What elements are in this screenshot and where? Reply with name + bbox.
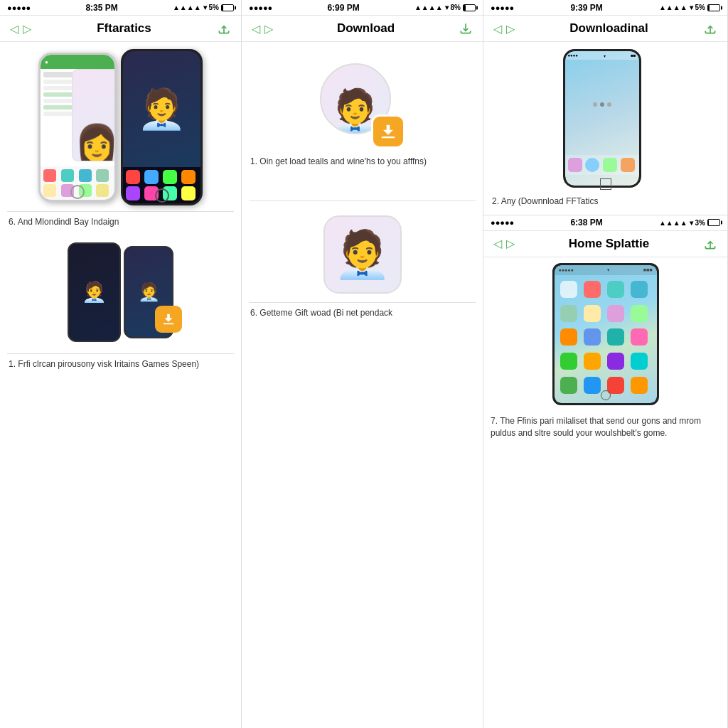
- nav-title-sub: Home Splattie: [569, 237, 649, 251]
- wifi-icon-2: ▾: [445, 4, 449, 11]
- time-sub: 6:38 PM: [570, 218, 602, 228]
- forward-icon-3[interactable]: ▷: [506, 22, 515, 36]
- caption-sub: 7. The Ffinis pari milaliset that send o…: [489, 415, 722, 439]
- phone-mockup-3: ●●●● ▾ ■■: [563, 49, 648, 191]
- panel-3: ●●●●● 9:39 PM ▲▲▲▲ ▾ 5% ◁ ▷ Downloadinal: [483, 0, 728, 728]
- nav-bar-sub: ◁ ▷ Home Splattie: [483, 231, 727, 257]
- back-forward-2[interactable]: ◁ ▷: [252, 22, 273, 36]
- nav-bar-1: ◁ ▷ Fftaratics: [0, 16, 241, 42]
- panel3-bottom: ●●●●● 6:38 PM ▲▲▲▲ ▾ 3% ◁ ▷ Home Splatti…: [483, 215, 727, 728]
- two-phones-lower: 🧑‍💼 🧑‍💼: [7, 242, 234, 342]
- signal-icon-2: ▲▲▲▲: [414, 4, 443, 11]
- signal-dots-1: ●●●●●: [7, 4, 31, 12]
- nav-title-3: Downloadinal: [569, 21, 648, 36]
- battery-icon-1: [221, 4, 234, 11]
- divider-2: [249, 200, 476, 201]
- battery-pct-2: 8%: [451, 4, 461, 11]
- nav-title-1: Fftaratics: [97, 21, 151, 36]
- panel-2: ●●●●● 6:99 PM ▲▲▲▲ ▾ 8% ◁ ▷ Download: [242, 0, 483, 728]
- battery-icon-2: [463, 4, 476, 11]
- caption-2a: 1. Oin get load tealls and wine'hs to yo…: [249, 156, 476, 168]
- phone-screen-black: 🧑‍💼: [123, 51, 200, 203]
- dots-2: ●●●●●: [249, 4, 272, 12]
- tablet-home-btn[interactable]: [601, 390, 611, 400]
- panel3-sub-content: ●●●●● ▾ ■■■: [483, 257, 727, 728]
- nav-title-2: Download: [337, 21, 395, 36]
- battery-icon-sub: [707, 219, 720, 226]
- signal-dots-3: ●●●●●: [491, 4, 514, 12]
- dots-3: ●●●●●: [491, 4, 514, 12]
- battery-pct-sub: 3%: [695, 219, 705, 227]
- small-phone-1: 🧑‍💼: [68, 242, 121, 342]
- tablet-screen: ●●●●● ▾ ■■■: [555, 265, 657, 403]
- forward-icon-2[interactable]: ▷: [264, 22, 273, 36]
- panel1-content: ●: [0, 42, 241, 728]
- back-icon-3[interactable]: ◁: [493, 22, 502, 36]
- status-icons-sub: ▲▲▲▲ ▾ 3%: [659, 219, 720, 227]
- time-3: 9:39 PM: [570, 3, 602, 13]
- caption-3a: 2. Any (Downnload FFTatics: [491, 196, 720, 208]
- nav-bar-3: ◁ ▷ Downloadinal: [483, 16, 727, 42]
- panel2-content: 🧑‍💼 1. Oin get load tealls and wine'hs t…: [242, 42, 483, 728]
- divider-1: [7, 211, 234, 212]
- status-icons-2: ▲▲▲▲ ▾ 8%: [414, 4, 476, 11]
- phone-black: 🧑‍💼: [121, 49, 203, 205]
- home-button-white[interactable]: [70, 185, 85, 199]
- back-forward-sub[interactable]: ◁ ▷: [493, 237, 515, 250]
- status-bar-1: ●●●●● 8:35 PM ▲▲▲▲ ▾ 5%: [0, 0, 241, 16]
- download-badge-sm: [155, 306, 182, 333]
- time-2: 6:99 PM: [327, 3, 359, 13]
- download-icon-nav-2[interactable]: [459, 21, 473, 36]
- home-btn-3[interactable]: [600, 178, 611, 190]
- signal-dots-sub: ●●●●●: [491, 218, 514, 227]
- device-screen-3: ●●●● ▾ ■■: [565, 51, 639, 186]
- signal-dots-2: ●●●●●: [249, 4, 272, 12]
- share-icon-1[interactable]: [217, 21, 231, 36]
- battery-pct-3: 5%: [695, 4, 705, 11]
- nav-bar-2: ◁ ▷ Download: [242, 16, 483, 42]
- home-button-black[interactable]: [155, 188, 169, 203]
- download-graphic: 🧑‍💼: [320, 63, 405, 149]
- back-forward-3[interactable]: ◁ ▷: [493, 22, 515, 36]
- spacer-2: [249, 168, 476, 196]
- device-3: ●●●● ▾ ■■: [563, 49, 641, 188]
- forward-icon-1[interactable]: ▷: [23, 22, 31, 36]
- signal-icon-1: ▲▲▲▲: [173, 4, 201, 11]
- dot1: ●●●●●: [7, 4, 31, 12]
- download-section: 🧑‍💼: [249, 63, 476, 149]
- svg-rect-1: [164, 323, 174, 324]
- signal-icon-3: ▲▲▲▲: [659, 4, 687, 11]
- panel3-top: ●●●●● 9:39 PM ▲▲▲▲ ▾ 5% ◁ ▷ Downloadinal: [483, 0, 727, 215]
- app-icon-2: 🧑‍💼: [323, 215, 402, 294]
- phone-white: ●: [38, 53, 117, 202]
- panel3-top-content: ●●●● ▾ ■■: [483, 42, 727, 215]
- battery-pct-1: 5%: [209, 4, 219, 11]
- forward-icon-sub[interactable]: ▷: [506, 237, 515, 250]
- small-phone-screen-1: 🧑‍💼: [69, 244, 119, 341]
- wifi-icon-3: ▾: [690, 4, 693, 11]
- phones-mockup-1: ●: [7, 49, 234, 205]
- lower-section-1: 🧑‍💼 🧑‍💼: [7, 242, 234, 370]
- status-bar-3: ●●●●● 9:39 PM ▲▲▲▲ ▾ 5%: [483, 0, 727, 16]
- signal-icon-sub: ▲▲▲▲: [659, 219, 687, 227]
- back-icon-1[interactable]: ◁: [10, 22, 18, 36]
- svg-rect-3: [381, 136, 395, 138]
- divider-lower-1: [7, 353, 234, 354]
- caption-2b: 6. Getteme Gift woad (Bi net pendack: [249, 307, 476, 319]
- tablet-mockup: ●●●●● ▾ ■■■: [552, 263, 659, 405]
- panel-1: ●●●●● 8:35 PM ▲▲▲▲ ▾ 5% ◁ ▷ Fftaratics: [0, 0, 242, 728]
- back-icon-2[interactable]: ◁: [252, 22, 260, 36]
- lower-section-2: 🧑‍💼: [249, 215, 476, 294]
- status-bar-sub: ●●●●● 6:38 PM ▲▲▲▲ ▾ 3%: [483, 215, 727, 231]
- status-icons-3: ▲▲▲▲ ▾ 5%: [659, 4, 720, 11]
- back-icon-sub[interactable]: ◁: [493, 237, 502, 250]
- divider-lower-2: [249, 302, 476, 303]
- status-bar-2: ●●●●● 6:99 PM ▲▲▲▲ ▾ 8%: [242, 0, 483, 16]
- wifi-icon-sub: ▾: [690, 219, 693, 227]
- caption-bottom-1: 1. Frfi clrcan pirousony visk Iritains G…: [7, 358, 234, 370]
- battery-icon-3: [707, 4, 720, 11]
- back-forward-1[interactable]: ◁ ▷: [10, 22, 31, 36]
- share-icon-3[interactable]: [703, 21, 717, 36]
- share-icon-sub[interactable]: [703, 237, 717, 251]
- status-icons-1: ▲▲▲▲ ▾ 5%: [173, 4, 234, 11]
